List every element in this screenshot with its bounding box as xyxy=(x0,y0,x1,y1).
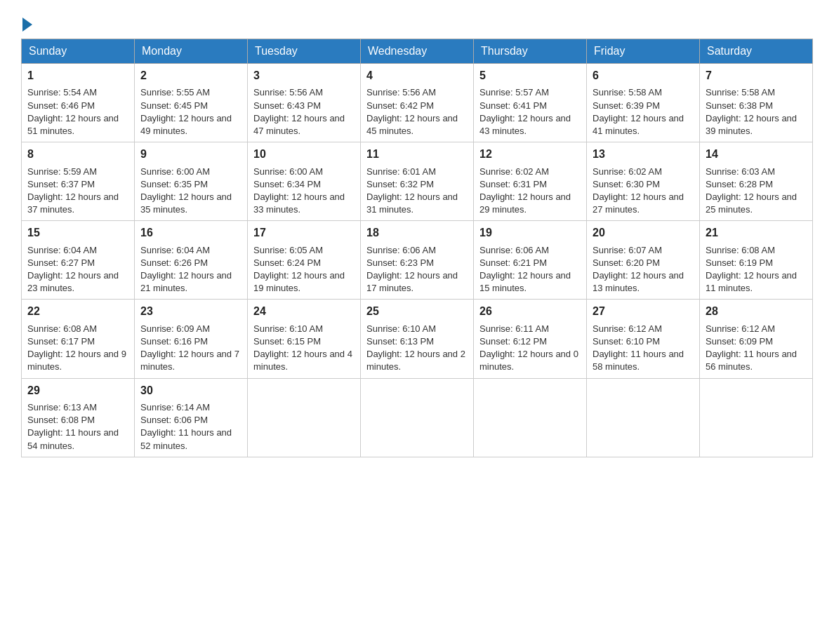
logo xyxy=(21,14,34,32)
day-number: 17 xyxy=(253,225,355,241)
calendar-cell: 24 Sunrise: 6:10 AMSunset: 6:15 PMDaylig… xyxy=(248,300,361,378)
calendar-cell: 23 Sunrise: 6:09 AMSunset: 6:16 PMDaylig… xyxy=(135,300,248,378)
calendar-header-monday: Monday xyxy=(135,39,248,64)
day-info: Sunrise: 6:02 AMSunset: 6:30 PMDaylight:… xyxy=(593,166,684,215)
day-number: 23 xyxy=(140,304,241,319)
day-info: Sunrise: 6:07 AMSunset: 6:20 PMDaylight:… xyxy=(593,245,684,294)
calendar-cell: 28 Sunrise: 6:12 AMSunset: 6:09 PMDaylig… xyxy=(700,300,813,378)
day-info: Sunrise: 6:05 AMSunset: 6:24 PMDaylight:… xyxy=(253,245,345,294)
day-info: Sunrise: 6:11 AMSunset: 6:12 PMDaylight:… xyxy=(479,323,578,373)
calendar-cell xyxy=(361,378,474,457)
day-info: Sunrise: 6:01 AMSunset: 6:32 PMDaylight:… xyxy=(366,166,458,215)
day-number: 20 xyxy=(593,225,694,241)
calendar-cell: 6 Sunrise: 5:58 AMSunset: 6:39 PMDayligh… xyxy=(587,64,700,142)
calendar-cell: 27 Sunrise: 6:12 AMSunset: 6:10 PMDaylig… xyxy=(587,300,700,378)
calendar-cell: 18 Sunrise: 6:06 AMSunset: 6:23 PMDaylig… xyxy=(361,221,474,300)
calendar-cell: 10 Sunrise: 6:00 AMSunset: 6:34 PMDaylig… xyxy=(248,142,361,221)
day-info: Sunrise: 6:04 AMSunset: 6:27 PMDaylight:… xyxy=(27,245,119,294)
day-number: 22 xyxy=(27,304,128,319)
day-number: 5 xyxy=(479,68,581,83)
day-number: 8 xyxy=(27,147,128,162)
day-number: 10 xyxy=(253,147,355,162)
calendar-cell: 20 Sunrise: 6:07 AMSunset: 6:20 PMDaylig… xyxy=(587,221,700,300)
day-number: 7 xyxy=(706,68,807,83)
calendar-cell: 2 Sunrise: 5:55 AMSunset: 6:45 PMDayligh… xyxy=(135,64,248,142)
day-info: Sunrise: 5:57 AMSunset: 6:41 PMDaylight:… xyxy=(479,87,571,136)
day-info: Sunrise: 6:13 AMSunset: 6:08 PMDaylight:… xyxy=(27,402,119,451)
calendar-cell xyxy=(474,378,587,457)
calendar-cell: 19 Sunrise: 6:06 AMSunset: 6:21 PMDaylig… xyxy=(474,221,587,300)
day-number: 12 xyxy=(479,147,581,162)
calendar-cell: 7 Sunrise: 5:58 AMSunset: 6:38 PMDayligh… xyxy=(700,64,813,142)
calendar-cell: 21 Sunrise: 6:08 AMSunset: 6:19 PMDaylig… xyxy=(700,221,813,300)
calendar-cell: 8 Sunrise: 5:59 AMSunset: 6:37 PMDayligh… xyxy=(22,142,135,221)
day-info: Sunrise: 6:12 AMSunset: 6:09 PMDaylight:… xyxy=(706,323,797,373)
calendar-cell: 17 Sunrise: 6:05 AMSunset: 6:24 PMDaylig… xyxy=(248,221,361,300)
day-info: Sunrise: 6:02 AMSunset: 6:31 PMDaylight:… xyxy=(479,166,571,215)
day-number: 29 xyxy=(27,383,128,398)
calendar-week-row: 22 Sunrise: 6:08 AMSunset: 6:17 PMDaylig… xyxy=(22,300,813,378)
day-number: 3 xyxy=(253,68,355,83)
calendar-cell xyxy=(700,378,813,457)
day-number: 30 xyxy=(140,383,241,398)
day-info: Sunrise: 6:08 AMSunset: 6:17 PMDaylight:… xyxy=(27,323,126,373)
page-header xyxy=(21,14,813,32)
calendar-cell: 4 Sunrise: 5:56 AMSunset: 6:42 PMDayligh… xyxy=(361,64,474,142)
day-info: Sunrise: 6:06 AMSunset: 6:21 PMDaylight:… xyxy=(479,245,571,294)
day-number: 14 xyxy=(706,147,807,162)
calendar-cell: 15 Sunrise: 6:04 AMSunset: 6:27 PMDaylig… xyxy=(22,221,135,300)
day-number: 13 xyxy=(593,147,694,162)
day-number: 18 xyxy=(366,225,468,241)
day-info: Sunrise: 5:56 AMSunset: 6:43 PMDaylight:… xyxy=(253,87,345,136)
day-info: Sunrise: 6:10 AMSunset: 6:13 PMDaylight:… xyxy=(366,323,465,373)
day-number: 15 xyxy=(27,225,128,241)
calendar-cell: 1 Sunrise: 5:54 AMSunset: 6:46 PMDayligh… xyxy=(22,64,135,142)
calendar-header-wednesday: Wednesday xyxy=(361,39,474,64)
calendar-week-row: 15 Sunrise: 6:04 AMSunset: 6:27 PMDaylig… xyxy=(22,221,813,300)
day-number: 26 xyxy=(479,304,581,319)
calendar-header-row: SundayMondayTuesdayWednesdayThursdayFrid… xyxy=(22,39,813,64)
day-number: 27 xyxy=(593,304,694,319)
day-number: 6 xyxy=(593,68,694,83)
day-info: Sunrise: 6:06 AMSunset: 6:23 PMDaylight:… xyxy=(366,245,458,294)
day-info: Sunrise: 6:00 AMSunset: 6:35 PMDaylight:… xyxy=(140,166,232,215)
day-number: 28 xyxy=(706,304,807,319)
calendar-cell xyxy=(587,378,700,457)
day-number: 19 xyxy=(479,225,581,241)
day-info: Sunrise: 6:10 AMSunset: 6:15 PMDaylight:… xyxy=(253,323,352,373)
day-info: Sunrise: 5:58 AMSunset: 6:39 PMDaylight:… xyxy=(593,87,684,136)
calendar-header-thursday: Thursday xyxy=(474,39,587,64)
day-number: 4 xyxy=(366,68,468,83)
day-info: Sunrise: 5:56 AMSunset: 6:42 PMDaylight:… xyxy=(366,87,458,136)
calendar-table: SundayMondayTuesdayWednesdayThursdayFrid… xyxy=(21,39,813,457)
calendar-cell: 25 Sunrise: 6:10 AMSunset: 6:13 PMDaylig… xyxy=(361,300,474,378)
calendar-cell: 3 Sunrise: 5:56 AMSunset: 6:43 PMDayligh… xyxy=(248,64,361,142)
calendar-header-saturday: Saturday xyxy=(700,39,813,64)
day-info: Sunrise: 6:04 AMSunset: 6:26 PMDaylight:… xyxy=(140,245,232,294)
calendar-cell xyxy=(248,378,361,457)
calendar-week-row: 8 Sunrise: 5:59 AMSunset: 6:37 PMDayligh… xyxy=(22,142,813,221)
calendar-cell: 5 Sunrise: 5:57 AMSunset: 6:41 PMDayligh… xyxy=(474,64,587,142)
calendar-cell: 9 Sunrise: 6:00 AMSunset: 6:35 PMDayligh… xyxy=(135,142,248,221)
calendar-cell: 16 Sunrise: 6:04 AMSunset: 6:26 PMDaylig… xyxy=(135,221,248,300)
day-number: 16 xyxy=(140,225,241,241)
calendar-cell: 13 Sunrise: 6:02 AMSunset: 6:30 PMDaylig… xyxy=(587,142,700,221)
calendar-header-sunday: Sunday xyxy=(22,39,135,64)
logo-arrow-icon xyxy=(22,18,32,32)
day-info: Sunrise: 5:55 AMSunset: 6:45 PMDaylight:… xyxy=(140,87,232,136)
day-info: Sunrise: 6:00 AMSunset: 6:34 PMDaylight:… xyxy=(253,166,345,215)
day-number: 25 xyxy=(366,304,468,319)
day-info: Sunrise: 6:14 AMSunset: 6:06 PMDaylight:… xyxy=(140,402,232,451)
calendar-cell: 29 Sunrise: 6:13 AMSunset: 6:08 PMDaylig… xyxy=(22,378,135,457)
calendar-week-row: 1 Sunrise: 5:54 AMSunset: 6:46 PMDayligh… xyxy=(22,64,813,142)
day-number: 1 xyxy=(27,68,128,83)
calendar-cell: 12 Sunrise: 6:02 AMSunset: 6:31 PMDaylig… xyxy=(474,142,587,221)
day-number: 9 xyxy=(140,147,241,162)
day-number: 11 xyxy=(366,147,468,162)
day-info: Sunrise: 6:09 AMSunset: 6:16 PMDaylight:… xyxy=(140,323,239,373)
day-number: 24 xyxy=(253,304,355,319)
day-info: Sunrise: 6:08 AMSunset: 6:19 PMDaylight:… xyxy=(706,245,797,294)
calendar-cell: 11 Sunrise: 6:01 AMSunset: 6:32 PMDaylig… xyxy=(361,142,474,221)
calendar-cell: 14 Sunrise: 6:03 AMSunset: 6:28 PMDaylig… xyxy=(700,142,813,221)
calendar-cell: 22 Sunrise: 6:08 AMSunset: 6:17 PMDaylig… xyxy=(22,300,135,378)
